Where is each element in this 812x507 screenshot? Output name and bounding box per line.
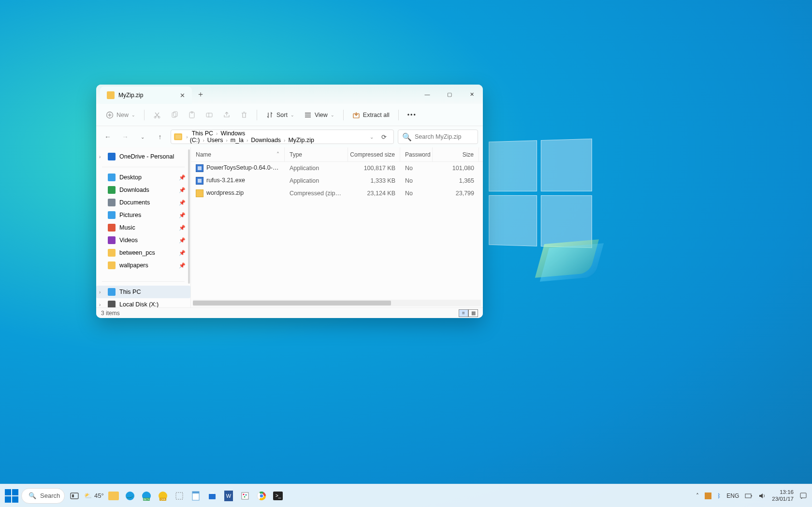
- sidebar-item[interactable]: Downloads📌: [96, 184, 190, 196]
- breadcrumb-segment[interactable]: m_la: [229, 136, 246, 145]
- view-button[interactable]: View ⌄: [300, 108, 338, 122]
- sidebar-item[interactable]: wallpapers📌: [96, 259, 190, 272]
- sidebar-item[interactable]: ›Local Disk (X:): [96, 298, 190, 307]
- column-header-pw[interactable]: Password ...: [400, 147, 433, 161]
- maximize-button[interactable]: ▢: [438, 85, 461, 104]
- rename-icon: [205, 111, 213, 119]
- cell-csize: 100,817 KB: [348, 165, 400, 172]
- file-row[interactable]: wordpress.zipCompressed (zipped) Fol...2…: [191, 187, 483, 200]
- column-header-csize[interactable]: Compressed size: [348, 147, 400, 161]
- column-header-type[interactable]: Type: [285, 147, 348, 161]
- copy-button[interactable]: [167, 108, 182, 122]
- titlebar: MyZip.zip ✕ ＋ — ▢ ✕: [96, 85, 483, 104]
- tray-overflow-icon[interactable]: ˄: [696, 493, 699, 499]
- thumbnails-view-button[interactable]: ▦: [468, 309, 478, 317]
- sidebar-item[interactable]: Documents📌: [96, 196, 190, 209]
- clock[interactable]: 13:16 23/01/17: [772, 489, 794, 502]
- address-dropdown-icon[interactable]: ⌄: [367, 134, 377, 140]
- paint-taskbar-icon[interactable]: [238, 489, 252, 503]
- file-row[interactable]: rufus-3.21.exeApplication1,333 KBNo1,365: [191, 174, 483, 187]
- cell-type: Application: [285, 177, 348, 184]
- sidebar-item[interactable]: Pictures📌: [96, 209, 190, 221]
- new-tab-button[interactable]: ＋: [192, 85, 209, 104]
- sidebar-item-label: OneDrive - Personal: [119, 153, 174, 160]
- cell-csize: 23,124 KB: [348, 190, 400, 197]
- edge-taskbar-icon[interactable]: [123, 489, 137, 503]
- cell-size: 23,799: [433, 190, 479, 197]
- search-box[interactable]: 🔍: [398, 130, 478, 144]
- file-explorer-taskbar-icon[interactable]: [107, 489, 120, 503]
- up-button[interactable]: ↑: [153, 130, 167, 144]
- chevron-down-icon: ⌄: [331, 113, 334, 117]
- task-view-button[interactable]: [68, 489, 81, 503]
- store-taskbar-icon[interactable]: [205, 489, 219, 503]
- sidebar-item[interactable]: Desktop📌: [96, 171, 190, 184]
- volume-icon[interactable]: [758, 493, 766, 499]
- sidebar-item[interactable]: between_pcs📌: [96, 246, 190, 259]
- taskbar-search[interactable]: 🔍 Search: [21, 488, 65, 504]
- sidebar-item-label: Local Disk (X:): [119, 301, 159, 307]
- new-button[interactable]: New ⌄: [102, 108, 139, 122]
- expand-icon[interactable]: ›: [99, 290, 101, 295]
- sidebar-scrollbar[interactable]: [188, 149, 190, 284]
- word-taskbar-icon[interactable]: W: [222, 489, 235, 503]
- svg-rect-20: [192, 492, 199, 493]
- expand-icon[interactable]: ›: [99, 154, 101, 159]
- sort-button[interactable]: Sort ⌄: [262, 108, 298, 122]
- recent-button[interactable]: ⌄: [136, 130, 149, 144]
- sidebar-item[interactable]: ›This PC: [96, 286, 190, 298]
- chrome-taskbar-icon[interactable]: [255, 489, 268, 503]
- forward-button[interactable]: →: [118, 130, 132, 144]
- nav-sidebar: ›OneDrive - Personal Desktop📌Downloads📌D…: [96, 147, 191, 307]
- expand-icon[interactable]: ›: [99, 302, 101, 307]
- breadcrumb-segment[interactable]: Users: [205, 136, 225, 145]
- chevron-down-icon: ⌄: [290, 113, 294, 117]
- horizontal-scrollbar[interactable]: [193, 300, 481, 306]
- bluetooth-icon[interactable]: ᛒ: [717, 493, 721, 499]
- back-button[interactable]: ←: [101, 130, 115, 144]
- more-button[interactable]: •••: [404, 109, 420, 121]
- tab-active[interactable]: MyZip.zip ✕: [100, 87, 192, 104]
- search-input[interactable]: [415, 133, 483, 140]
- column-header-name[interactable]: Name˄: [191, 147, 285, 161]
- breadcrumb-segment[interactable]: Downloads: [249, 136, 283, 145]
- sidebar-item-label: This PC: [119, 289, 141, 295]
- pin-icon: 📌: [179, 174, 186, 181]
- cut-button[interactable]: [149, 108, 165, 122]
- extract-all-button[interactable]: Extract all: [348, 108, 393, 122]
- address-bar[interactable]: › This PC›Windows (C:)›Users›m_la›Downlo…: [171, 130, 394, 144]
- rename-button[interactable]: [202, 108, 217, 122]
- column-header-size[interactable]: Size: [433, 147, 479, 161]
- refresh-button[interactable]: ⟳: [377, 133, 391, 141]
- details-view-button[interactable]: ≡: [459, 309, 468, 317]
- breadcrumb-segment[interactable]: MyZip.zip: [286, 136, 316, 145]
- delete-button[interactable]: [236, 108, 252, 122]
- network-icon[interactable]: [745, 493, 753, 499]
- start-button[interactable]: [5, 489, 18, 503]
- edge-canary-taskbar-icon[interactable]: CAN: [156, 489, 170, 503]
- chevron-right-icon: ›: [225, 138, 228, 143]
- folder-icon: [108, 186, 116, 194]
- weather-widget[interactable]: ⛅ 45°: [84, 492, 104, 499]
- language-indicator[interactable]: ENG: [726, 493, 739, 499]
- cell-type: Compressed (zipped) Fol...: [285, 190, 348, 197]
- close-button[interactable]: ✕: [461, 85, 483, 104]
- tray-app-icon[interactable]: [705, 493, 711, 499]
- minimize-button[interactable]: —: [416, 85, 438, 104]
- file-row[interactable]: PowerToysSetup-0.64.0-x64.exeApplication…: [191, 162, 483, 174]
- sidebar-item-label: between_pcs: [119, 249, 155, 256]
- snipping-tool-icon[interactable]: [173, 489, 186, 503]
- notifications-icon[interactable]: [799, 492, 807, 500]
- sidebar-item-label: Pictures: [119, 212, 141, 218]
- sidebar-item[interactable]: Music📌: [96, 221, 190, 234]
- edge-beta-taskbar-icon[interactable]: BETA: [140, 489, 153, 503]
- notepad-taskbar-icon[interactable]: [189, 489, 203, 503]
- share-button[interactable]: [219, 108, 234, 122]
- terminal-taskbar-icon[interactable]: >_: [271, 489, 285, 503]
- sort-asc-icon: ˄: [276, 151, 279, 158]
- svg-text:BETA: BETA: [143, 498, 149, 501]
- sidebar-item[interactable]: ›OneDrive - Personal: [96, 150, 190, 163]
- paste-button[interactable]: [184, 108, 200, 122]
- sidebar-item[interactable]: Videos📌: [96, 234, 190, 246]
- tab-close-icon[interactable]: ✕: [180, 92, 185, 99]
